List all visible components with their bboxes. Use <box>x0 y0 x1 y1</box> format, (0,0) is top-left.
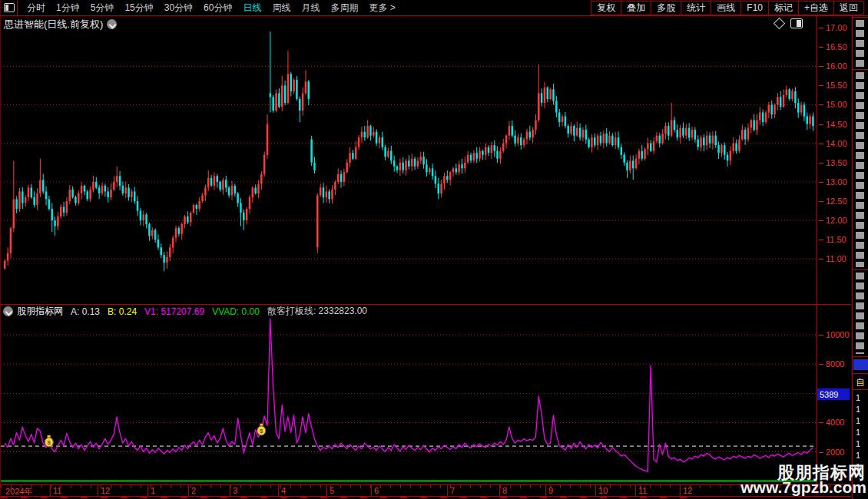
diamond-marker-icon[interactable] <box>774 18 786 30</box>
date-label: 9 <box>548 486 553 495</box>
layout-toggle-button[interactable] <box>1 1 18 15</box>
toolbar-button-9[interactable]: 返回 <box>833 1 864 15</box>
indicator-axis: 5389 10000800040002000 <box>817 305 851 484</box>
timeframe-group: 分时1分钟5分钟15分钟30分钟60分钟日线周线月线多周期更多 > <box>18 2 396 15</box>
sidebar-digit: 1 <box>856 439 860 448</box>
price-axis-label: 12.50 <box>826 197 847 206</box>
date-separator <box>499 485 500 496</box>
date-axis[interactable]: 2024年1112123456789101112 <box>1 484 851 497</box>
indicator-tick <box>819 452 823 453</box>
toolbar-button-8[interactable]: +自选 <box>798 1 834 15</box>
timeframe-6[interactable]: 60分钟 <box>204 2 232 15</box>
price-axis-label: 16.50 <box>826 42 847 51</box>
collapse-chevron-icon[interactable] <box>3 306 13 316</box>
svg-text:$: $ <box>260 428 263 435</box>
date-separator <box>545 485 546 496</box>
date-label: 1 <box>151 486 155 495</box>
price-tick <box>819 144 823 144</box>
date-label: 12 <box>101 486 110 495</box>
indicator-header: 股朋指标网 A: 0.13B: 0.24V1: 517207.69VVAD: 0… <box>1 305 817 318</box>
price-axis-label: 16.00 <box>826 61 847 71</box>
price-tick <box>819 28 823 28</box>
indicator-field-4: VVAD: 0.00 <box>212 306 260 317</box>
indicator-field-5: 散客打板线: 2332823.00 <box>267 305 367 318</box>
toolbar-button-6[interactable]: F10 <box>740 1 769 15</box>
timeframe-3[interactable]: 5分钟 <box>91 2 114 15</box>
kline-canvas <box>1 15 817 304</box>
price-tick <box>819 182 823 183</box>
price-axis-label: 14.00 <box>826 139 847 148</box>
timeframe-2[interactable]: 1分钟 <box>56 2 80 15</box>
sidebar-selected-item[interactable] <box>853 359 868 370</box>
toolbar-button-7[interactable]: 标记 <box>768 1 799 15</box>
price-axis-label: 14.50 <box>826 120 847 129</box>
stock-name-label: 思进智能(日线.前复权) <box>4 18 103 30</box>
timeframe-9[interactable]: 月线 <box>301 2 320 15</box>
moneybag-signal-icon: $ <box>45 435 53 447</box>
indicator-field-2: B: 0.24 <box>108 306 137 317</box>
sidebar-clipped-tab[interactable] <box>856 20 864 68</box>
kline-chart[interactable]: 思进智能(日线.前复权) <box>1 15 817 304</box>
timeframe-4[interactable]: 15分钟 <box>124 2 153 15</box>
price-axis-label: 13.00 <box>826 177 847 187</box>
toolbar-button-2[interactable]: 叠加 <box>621 1 651 15</box>
price-tick <box>819 66 823 67</box>
date-separator <box>230 485 230 496</box>
date-separator <box>50 485 51 496</box>
date-separator <box>326 485 327 496</box>
indicator-panel[interactable]: $$ <box>1 305 817 484</box>
price-tick <box>819 104 823 105</box>
date-separator <box>635 485 636 496</box>
timeframe-1[interactable]: 分时 <box>27 2 45 15</box>
right-sidebar-clipped[interactable]: 自 1111111 <box>852 15 868 499</box>
date-label: 5 <box>330 486 334 495</box>
date-label: 10 <box>598 486 608 495</box>
svg-text:$: $ <box>48 439 51 446</box>
toolbar-right-group: 复权叠加多股统计画线F10标记+自选返回 <box>591 1 864 15</box>
toolbar-button-5[interactable]: 画线 <box>711 1 741 15</box>
date-separator <box>147 485 148 496</box>
date-label: 6 <box>374 486 379 495</box>
indicator-name: 股朋指标网 <box>17 305 63 318</box>
sidebar-clipped-tab[interactable] <box>856 273 864 354</box>
sidebar-digit: 1 <box>856 416 860 425</box>
chart-title: 思进智能(日线.前复权) <box>4 18 117 31</box>
date-label: 11 <box>638 486 647 495</box>
toolbar-button-1[interactable]: 复权 <box>591 1 621 15</box>
moneybag-signal-icon: $ <box>257 424 266 435</box>
toolbar-button-3[interactable]: 多股 <box>651 1 681 15</box>
indicator-tick <box>819 364 823 365</box>
chevron-down-icon[interactable] <box>107 19 117 29</box>
timeframe-7[interactable]: 日线 <box>243 2 261 15</box>
sidebar-digit: 1 <box>856 451 860 460</box>
price-axis-label: 11.50 <box>826 235 846 244</box>
timeframe-5[interactable]: 30分钟 <box>164 2 193 15</box>
timeframe-8[interactable]: 周线 <box>272 2 290 15</box>
date-label: 11 <box>53 486 61 495</box>
timeframe-10[interactable]: 多周期 <box>330 2 358 15</box>
date-label: 3 <box>233 486 237 495</box>
date-label: 4 <box>281 486 286 495</box>
price-tick <box>819 124 823 125</box>
sidebar-digit: 1 <box>856 405 860 414</box>
date-separator <box>278 485 279 496</box>
date-separator <box>447 485 448 496</box>
price-tick <box>819 201 823 202</box>
price-tick <box>819 259 823 259</box>
sidebar-tab-favorites[interactable]: 自 <box>856 376 865 389</box>
panel-split-icon[interactable] <box>790 18 803 28</box>
sidebar-digit: 1 <box>856 393 860 402</box>
date-separator <box>680 485 681 496</box>
sidebar-clipped-tab[interactable] <box>856 72 864 267</box>
price-axis-label: 11.00 <box>826 254 846 263</box>
indicator-field-1: A: 0.13 <box>71 306 100 317</box>
top-toolbar: 分时1分钟5分钟15分钟30分钟60分钟日线周线月线多周期更多 > 复权叠加多股… <box>1 0 868 16</box>
tdx-window: 分时1分钟5分钟15分钟30分钟60分钟日线周线月线多周期更多 > 复权叠加多股… <box>0 0 868 499</box>
date-label: 2 <box>191 486 196 495</box>
date-label: 7 <box>450 486 455 495</box>
timeframe-11[interactable]: 更多 > <box>369 2 395 15</box>
toolbar-button-4[interactable]: 统计 <box>681 1 711 15</box>
indicator-axis-label: 4000 <box>826 418 844 427</box>
price-tick <box>819 240 823 240</box>
price-axis-label: 15.00 <box>826 100 847 109</box>
